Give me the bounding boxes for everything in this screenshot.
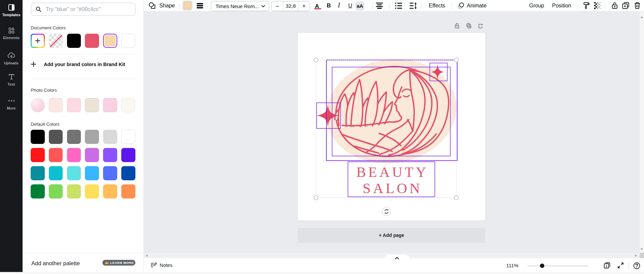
svg-text:BEAUTY: BEAUTY bbox=[356, 164, 428, 180]
svg-text:1: 1 bbox=[606, 264, 608, 268]
svg-text:SALON: SALON bbox=[363, 180, 422, 196]
